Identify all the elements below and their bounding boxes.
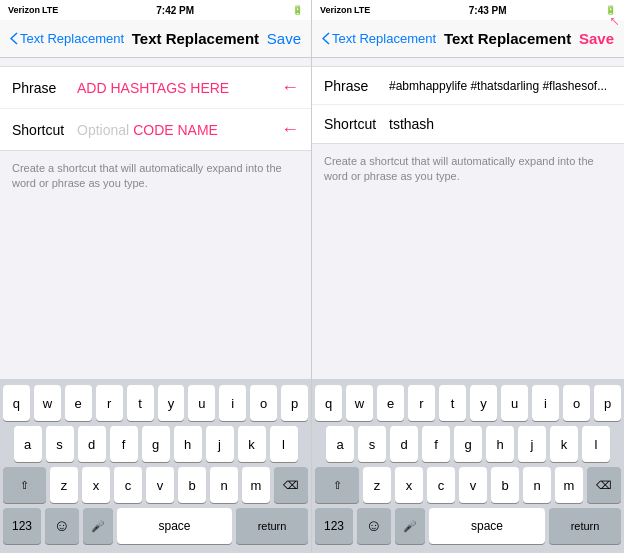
back-label-left: Text Replacement [20,31,124,46]
key-q-left[interactable]: q [3,385,30,421]
key-h-left[interactable]: h [174,426,202,462]
key-w-left[interactable]: w [34,385,61,421]
key-b-right[interactable]: b [491,467,519,503]
key-w-right[interactable]: w [346,385,373,421]
phrase-value-right[interactable]: #abmhappylife #thatsdarling #flashesof..… [389,79,612,93]
key-d-left[interactable]: d [78,426,106,462]
keyboard-left: q w e r t y u i o p a s d f g h j k l ⇧ … [0,379,311,553]
key-x-left[interactable]: x [82,467,110,503]
key-t-left[interactable]: t [127,385,154,421]
key-q-right[interactable]: q [315,385,342,421]
phrase-row-right: Phrase #abmhappylife #thatsdarling #flas… [312,67,624,105]
key-p-right[interactable]: p [594,385,621,421]
key-b-left[interactable]: b [178,467,206,503]
kb-row4-left: 123 ☺ 🎤 space return [3,508,308,544]
delete-key-right[interactable]: ⌫ [587,467,621,503]
key-r-right[interactable]: r [408,385,435,421]
key-i-left[interactable]: i [219,385,246,421]
save-button-right[interactable]: Save [579,30,614,47]
shift-key-right[interactable]: ⇧ [315,467,359,503]
key-d-right[interactable]: d [390,426,418,462]
key-j-left[interactable]: j [206,426,234,462]
num-key-right[interactable]: 123 [315,508,353,544]
mic-key-left[interactable]: 🎤 [83,508,113,544]
key-n-left[interactable]: n [210,467,238,503]
chevron-left-icon-right [322,32,330,45]
delete-key-left[interactable]: ⌫ [274,467,308,503]
status-bar-left: Verizon LTE 7:42 PM 🔋 [0,0,311,20]
key-e-left[interactable]: e [65,385,92,421]
key-l-right[interactable]: l [582,426,610,462]
status-icons-left: 🔋 [292,5,303,15]
return-key-right[interactable]: return [549,508,621,544]
key-m-left[interactable]: m [242,467,270,503]
key-a-right[interactable]: a [326,426,354,462]
network-right: LTE [354,5,370,15]
key-s-right[interactable]: s [358,426,386,462]
form-right: Phrase #abmhappylife #thatsdarling #flas… [312,66,624,144]
kb-row1-left: q w e r t y u i o p [3,385,308,421]
key-k-left[interactable]: k [238,426,266,462]
kb-row3-left: ⇧ z x c v b n m ⌫ [3,467,308,503]
shortcut-label-left: Shortcut [12,122,77,138]
key-z-left[interactable]: z [50,467,78,503]
arrow-phrase-left: ← [281,77,299,98]
key-g-right[interactable]: g [454,426,482,462]
return-key-left[interactable]: return [236,508,308,544]
back-button-right[interactable]: Text Replacement [322,31,436,46]
num-key-left[interactable]: 123 [3,508,41,544]
phrase-value-left[interactable]: ADD HASHTAGS HERE [77,80,275,96]
key-t-right[interactable]: t [439,385,466,421]
key-e-right[interactable]: e [377,385,404,421]
mic-key-right[interactable]: 🎤 [395,508,425,544]
left-panel: Verizon LTE 7:42 PM 🔋 Text Replacement T… [0,0,312,553]
space-key-right[interactable]: space [429,508,545,544]
key-k-right[interactable]: k [550,426,578,462]
key-c-left[interactable]: c [114,467,142,503]
key-n-right[interactable]: n [523,467,551,503]
key-s-left[interactable]: s [46,426,74,462]
key-c-right[interactable]: c [427,467,455,503]
nav-title-left: Text Replacement [132,30,259,47]
key-r-left[interactable]: r [96,385,123,421]
key-y-right[interactable]: y [470,385,497,421]
key-z-right[interactable]: z [363,467,391,503]
key-h-right[interactable]: h [486,426,514,462]
emoji-key-right[interactable]: ☺ [357,508,391,544]
status-bar-right: Verizon LTE 7:43 PM 🔋 [312,0,624,20]
emoji-key-left[interactable]: ☺ [45,508,79,544]
key-m-right[interactable]: m [555,467,583,503]
key-f-right[interactable]: f [422,426,450,462]
key-v-right[interactable]: v [459,467,487,503]
arrow-shortcut-left: ← [281,119,299,140]
key-x-right[interactable]: x [395,467,423,503]
key-j-right[interactable]: j [518,426,546,462]
key-a-left[interactable]: a [14,426,42,462]
back-button-left[interactable]: Text Replacement [10,31,124,46]
space-key-left[interactable]: space [117,508,232,544]
description-right: Create a shortcut that will automaticall… [312,144,624,195]
time-left: 7:42 PM [58,5,292,16]
phrase-label-right: Phrase [324,78,389,94]
shortcut-row-left: Shortcut Optional CODE NAME ← [0,109,311,150]
shift-key-left[interactable]: ⇧ [3,467,46,503]
shortcut-value-left[interactable]: CODE NAME [133,122,275,138]
key-i-right[interactable]: i [532,385,559,421]
back-label-right: Text Replacement [332,31,436,46]
save-button-left[interactable]: Save [267,30,301,47]
key-g-left[interactable]: g [142,426,170,462]
key-u-left[interactable]: u [188,385,215,421]
key-u-right[interactable]: u [501,385,528,421]
key-o-left[interactable]: o [250,385,277,421]
key-o-right[interactable]: o [563,385,590,421]
key-l-left[interactable]: l [270,426,298,462]
shortcut-value-right[interactable]: tsthash [389,116,612,132]
nav-title-right: Text Replacement [444,30,571,47]
key-y-left[interactable]: y [158,385,185,421]
key-v-left[interactable]: v [146,467,174,503]
carrier-left: Verizon [8,5,40,15]
key-f-left[interactable]: f [110,426,138,462]
time-right: 7:43 PM [370,5,605,16]
optional-label-left: Optional [77,122,129,138]
key-p-left[interactable]: p [281,385,308,421]
